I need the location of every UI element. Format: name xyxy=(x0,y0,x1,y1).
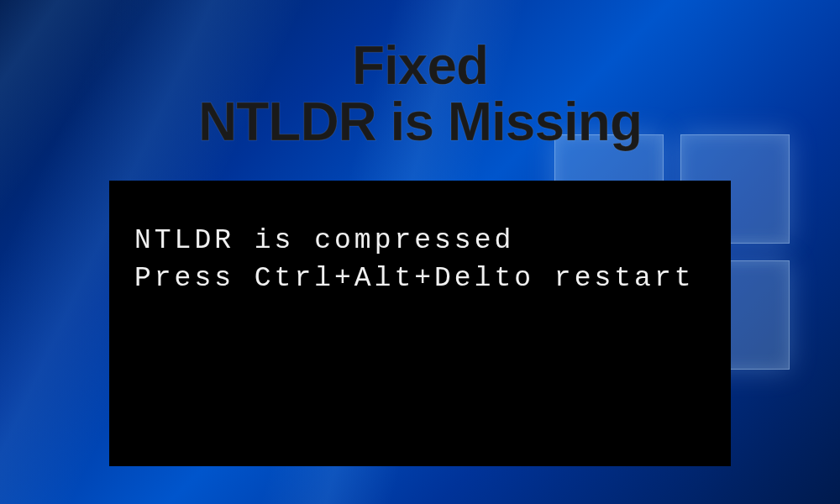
page-title: Fixed NTLDR is Missing xyxy=(0,38,840,150)
terminal-error-line-1: NTLDR is compressed xyxy=(134,223,706,260)
terminal-error-line-2: Press Ctrl+Alt+Delto restart xyxy=(134,260,706,298)
terminal-screenshot: NTLDR is compressed Press Ctrl+Alt+Delto… xyxy=(109,181,731,466)
title-line-2: NTLDR is Missing xyxy=(0,94,840,150)
title-line-1: Fixed xyxy=(0,38,840,94)
